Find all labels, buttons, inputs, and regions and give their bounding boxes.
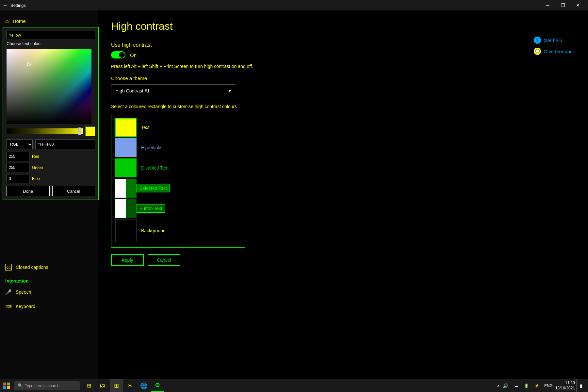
toggle-row: On — [111, 51, 575, 58]
swatch-button-label: Button Text — [137, 204, 165, 213]
closed-captions-label: Closed captions — [16, 265, 48, 270]
sidebar-item-keyboard[interactable]: ⌨ Keyboard — [0, 299, 98, 314]
cp-gradient-canvas — [7, 49, 91, 124]
color-picker-popup: Choose text colour RGB HSV HSL Hex — [3, 27, 99, 200]
taskbar-search[interactable]: 🔍 Type here to search — [14, 381, 80, 390]
settings-taskbar-icon[interactable]: ⚙ — [151, 379, 164, 392]
app-body: ⌂ Home Choose text colour — [0, 10, 588, 379]
home-label: Home — [13, 18, 26, 24]
swatch-selected-left[interactable] — [115, 179, 126, 198]
title-bar-left: ← Settings — [3, 2, 26, 8]
swatches-container: Text Hyperlinks Disabled Text Selected T… — [111, 114, 245, 248]
svg-rect-2 — [3, 386, 6, 389]
cp-blue-label: Blue — [32, 176, 43, 181]
speech-label: Speech — [16, 289, 31, 295]
back-icon[interactable]: ← — [3, 2, 8, 8]
swatch-row-background: Background — [115, 219, 241, 242]
swatch-button-left[interactable] — [115, 199, 126, 218]
maximize-button[interactable]: ❐ — [555, 0, 570, 10]
page-title: High contrast — [111, 20, 575, 32]
title-bar: ← Settings ─ ❐ ✕ — [0, 0, 588, 10]
network-icon[interactable]: ☁ — [512, 379, 521, 392]
cp-hue-thumb — [78, 127, 81, 135]
battery-icon[interactable]: 🔋 — [522, 379, 531, 392]
taskbar: 🔍 Type here to search ⊞ 🗂 ⊞ ✂ 🌐 ⚙ ∧ 🔊 ☁ … — [0, 379, 588, 392]
search-icon: 🔍 — [18, 383, 23, 388]
close-button[interactable]: ✕ — [570, 0, 585, 10]
taskbar-up-arrow[interactable]: ∧ — [497, 384, 500, 388]
give-feedback-link[interactable]: 💬 Give feedback — [534, 48, 575, 55]
cp-green-input[interactable] — [7, 163, 29, 172]
swatch-selected-label: Selected Text — [137, 184, 170, 192]
swatch-button-right[interactable] — [126, 199, 137, 218]
toggle-label: On — [130, 52, 137, 58]
cp-gradient-cursor — [27, 62, 31, 66]
swatch-row-text: Text — [115, 118, 241, 137]
apply-button[interactable]: Apply — [111, 254, 144, 266]
cp-red-input[interactable] — [7, 152, 29, 161]
cp-color-preview — [85, 126, 95, 136]
swatch-row-hyperlinks: Hyperlinks — [115, 138, 241, 157]
toggle-thumb — [119, 52, 125, 58]
cp-format-select[interactable]: RGB HSV HSL Hex — [7, 139, 33, 149]
cp-green-row: Green — [7, 163, 95, 172]
sidebar-item-closed-captions[interactable]: cc Closed captions — [0, 260, 98, 274]
taskbar-clock[interactable]: 11:19 13/10/2021 — [555, 381, 575, 391]
sidebar-item-speech[interactable]: 🎤 Speech — [0, 285, 98, 299]
cp-blue-input[interactable] — [7, 174, 29, 183]
cp-choose-label: Choose text colour — [7, 41, 95, 46]
snip-icon[interactable]: ✂ — [123, 379, 137, 392]
theme-dropdown[interactable]: High Contrast #1 ▾ — [111, 84, 235, 97]
cp-hex-input[interactable] — [35, 139, 95, 149]
file-explorer-icon[interactable]: 🗂 — [96, 379, 109, 392]
cp-title-row — [7, 31, 95, 39]
app-title: Settings — [10, 3, 26, 8]
swatch-row-selected: Selected Text — [115, 179, 241, 198]
swatch-selected-right[interactable] — [126, 179, 137, 198]
cp-hue-strip[interactable] — [7, 128, 83, 134]
cp-buttons: Done Cancel — [7, 186, 95, 196]
give-feedback-icon: 💬 — [534, 48, 541, 55]
swatch-hyperlinks[interactable] — [115, 138, 137, 157]
cp-cancel-button[interactable]: Cancel — [52, 186, 95, 196]
get-help-icon: ? — [534, 37, 541, 44]
swatch-hyperlinks-label: Hyperlinks — [137, 145, 162, 150]
taskbar-time: 11:19 — [555, 381, 575, 386]
cp-gradient-area[interactable] — [7, 49, 91, 124]
store-icon[interactable]: ⊞ — [110, 379, 123, 392]
give-feedback-label: Give feedback — [544, 49, 575, 54]
cp-done-button[interactable]: Done — [7, 186, 50, 196]
speech-icon: 🎤 — [5, 289, 12, 295]
swatch-text[interactable] — [115, 118, 137, 137]
swatch-background-label: Background — [137, 228, 166, 233]
browser-icon[interactable]: 🌐 — [137, 379, 150, 392]
show-desktop-button[interactable]: ▮ — [576, 379, 585, 392]
choose-theme-label: Choose a theme — [111, 75, 575, 81]
sys-tray-icon[interactable]: ⚡ — [532, 379, 542, 392]
swatch-row-button: Button Text — [115, 199, 241, 218]
cancel-button[interactable]: Cancel — [148, 254, 180, 266]
cp-format-row: RGB HSV HSL Hex — [7, 139, 95, 149]
task-view-icon[interactable]: ⊞ — [82, 379, 95, 392]
start-button[interactable] — [0, 379, 13, 392]
closed-captions-icon: cc — [5, 264, 12, 270]
svg-rect-0 — [3, 383, 6, 385]
cp-blue-row: Blue — [7, 174, 95, 183]
swatch-disabled[interactable] — [115, 158, 137, 177]
lang-label: ENG — [544, 384, 553, 388]
customize-label: Select a coloured rectangle to customise… — [111, 104, 575, 109]
color-name-input[interactable] — [7, 31, 95, 39]
help-panel: ? Get help 💬 Give feedback — [534, 37, 575, 55]
action-buttons: Apply Cancel — [111, 254, 575, 266]
swatch-background[interactable] — [115, 219, 137, 242]
sidebar-interaction-section: Interaction — [0, 274, 98, 285]
taskbar-date: 13/10/2021 — [555, 386, 575, 391]
high-contrast-toggle[interactable] — [111, 51, 125, 58]
volume-icon[interactable]: 🔊 — [501, 379, 510, 392]
sidebar-home-item[interactable]: ⌂ Home — [0, 14, 98, 28]
minimize-button[interactable]: ─ — [540, 0, 555, 10]
cp-red-row: Red — [7, 152, 95, 161]
get-help-link[interactable]: ? Get help — [534, 37, 575, 44]
use-high-contrast-label: Use high contrast — [111, 42, 575, 48]
taskbar-right: ∧ 🔊 ☁ 🔋 ⚡ ENG 11:19 13/10/2021 ▮ — [497, 379, 588, 392]
